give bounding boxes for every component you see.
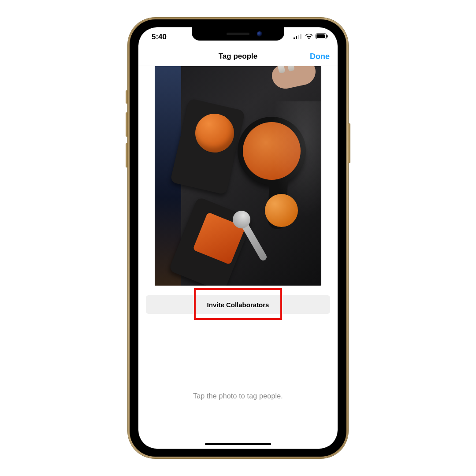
content: Invite Collaborators Tap the photo to ta…	[138, 66, 338, 449]
tag-hint: Tap the photo to tag people.	[138, 392, 338, 400]
volume-up	[126, 112, 128, 137]
iphone-bezel: 5:40	[130, 19, 346, 457]
mute-switch	[126, 90, 128, 104]
svg-rect-3	[300, 34, 301, 39]
cellular-icon	[294, 33, 302, 41]
invite-collaborators-wrap: Invite Collaborators	[146, 295, 330, 314]
speaker-grille	[227, 33, 249, 35]
invite-collaborators-button[interactable]: Invite Collaborators	[146, 295, 330, 314]
wifi-icon	[305, 33, 313, 41]
svg-rect-6	[327, 35, 328, 37]
battery-icon	[316, 33, 328, 41]
tag-photo[interactable]	[155, 66, 321, 286]
front-camera	[257, 31, 262, 37]
svg-rect-2	[298, 35, 299, 39]
status-right	[294, 33, 328, 41]
notch	[192, 27, 284, 41]
iphone-frame: 5:40	[128, 18, 348, 458]
svg-rect-5	[316, 34, 325, 38]
page-title: Tag people	[219, 52, 257, 61]
invite-collaborators-label: Invite Collaborators	[207, 301, 269, 309]
status-time: 5:40	[152, 33, 167, 41]
power-button	[348, 123, 350, 163]
svg-rect-1	[296, 36, 297, 39]
nav-bar: Tag people Done	[138, 47, 338, 66]
svg-rect-0	[294, 37, 295, 39]
done-button[interactable]: Done	[310, 52, 330, 61]
home-indicator[interactable]	[205, 443, 271, 445]
volume-down	[126, 143, 128, 167]
screen: 5:40	[138, 27, 338, 449]
